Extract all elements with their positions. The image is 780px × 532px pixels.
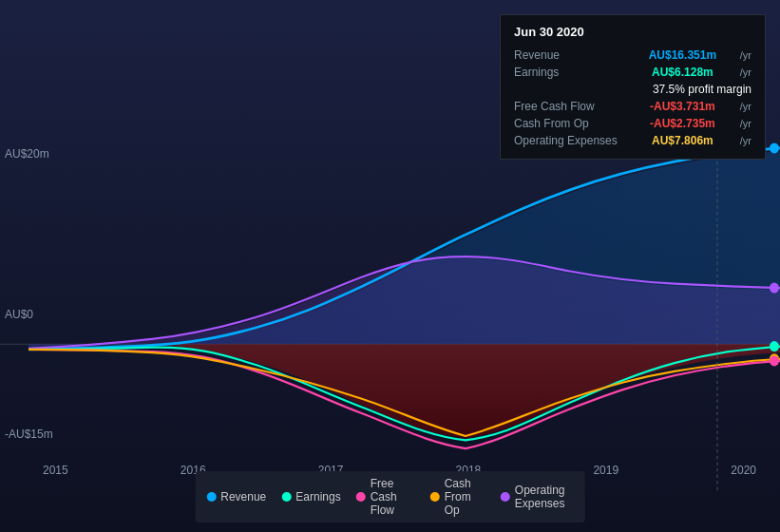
chart-legend: Revenue Earnings Free Cash Flow Cash Fro… [195,471,585,522]
tooltip-opex-row: Operating Expenses AU$7.806m /yr [514,132,751,149]
legend-cashop[interactable]: Cash From Op [430,477,485,517]
tooltip-revenue-row: Revenue AU$16.351m /yr [514,47,751,64]
tooltip-opex-value: AU$7.806m [652,134,713,147]
tooltip-fcf-row: Free Cash Flow -AU$3.731m /yr [514,98,751,115]
legend-fcf[interactable]: Free Cash Flow [356,477,415,517]
tooltip-cashop-row: Cash From Op -AU$2.735m /yr [514,115,751,132]
legend-opex-label: Operating Expenses [515,484,574,510]
tooltip-margin-value: 37.5% profit margin [653,83,751,96]
legend-fcf-label: Free Cash Flow [371,477,415,517]
tooltip-fcf-unit: /yr [740,101,751,112]
tooltip-margin-row: 37.5% profit margin [514,81,751,98]
legend-fcf-dot [356,492,366,502]
svg-point-4 [770,341,779,352]
tooltip-opex-unit: /yr [740,135,751,146]
legend-opex-dot [501,492,510,502]
x-label-2020: 2020 [731,464,756,477]
tooltip-earnings-label: Earnings [514,66,628,79]
y-label-top: AU$20m [5,147,49,161]
legend-earnings-label: Earnings [295,490,340,504]
tooltip-cashop-value: -AU$2.735m [650,117,715,130]
legend-cashop-label: Cash From Op [445,477,485,517]
tooltip-opex-label: Operating Expenses [514,134,628,147]
legend-revenue-dot [206,492,216,502]
tooltip-earnings-unit: /yr [740,66,751,78]
tooltip-earnings-row: Earnings AU$6.128m /yr [514,64,751,81]
x-label-2015: 2015 [43,464,68,477]
svg-point-6 [770,355,779,366]
tooltip-fcf-label: Free Cash Flow [514,100,628,113]
legend-revenue[interactable]: Revenue [206,490,266,504]
x-label-2019: 2019 [593,464,618,477]
y-label-zero: AU$0 [5,308,33,321]
tooltip-fcf-value: -AU$3.731m [650,100,715,113]
tooltip-revenue-value: AU$16.351m [649,48,716,62]
tooltip-cashop-unit: /yr [740,118,751,129]
tooltip-earnings-value: AU$6.128m [652,66,713,79]
tooltip-cashop-label: Cash From Op [514,117,628,130]
svg-point-3 [770,283,779,294]
y-label-bottom: -AU$15m [5,428,53,441]
legend-opex[interactable]: Operating Expenses [501,484,574,510]
legend-cashop-dot [430,492,440,502]
legend-earnings[interactable]: Earnings [281,490,340,504]
svg-point-2 [770,142,779,153]
tooltip-revenue-unit: /yr [740,49,751,61]
tooltip-date: Jun 30 2020 [514,25,751,39]
chart-container: AU$20m AU$0 -AU$15m 2015 2016 2017 2018 … [0,0,780,532]
legend-revenue-label: Revenue [220,490,266,504]
legend-earnings-dot [281,492,291,502]
tooltip-box: Jun 30 2020 Revenue AU$16.351m /yr Earni… [500,14,766,160]
tooltip-revenue-label: Revenue [514,48,628,62]
